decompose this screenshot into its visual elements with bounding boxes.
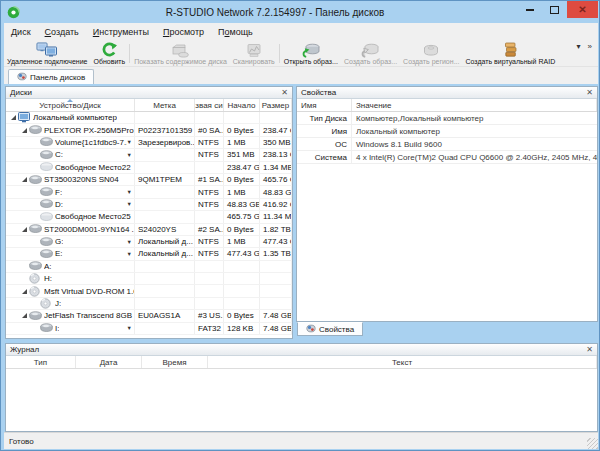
- label-cell: [135, 186, 195, 197]
- size-cell: 11.34 MB: [260, 211, 292, 222]
- menu-item[interactable]: Помощь: [211, 23, 260, 41]
- volume-dropdown-icon[interactable]: ▼: [127, 139, 134, 145]
- property-name: Тип Диска: [297, 112, 352, 124]
- expand-arrow-icon[interactable]: [20, 128, 29, 133]
- disk-row[interactable]: E:▼Локальный д...NTFS477.43 GB1.35 TB: [6, 248, 292, 260]
- disks-panel-close-button[interactable]: ✕: [281, 89, 288, 97]
- expand-arrow-icon[interactable]: [20, 289, 29, 294]
- expand-arrow-icon[interactable]: [20, 177, 29, 182]
- property-row[interactable]: ОСWindows 8.1 Build 9600: [297, 138, 597, 151]
- hard-disk-icon: [29, 125, 44, 135]
- log-panel-header: Журнал ✕: [6, 344, 597, 356]
- size-cell: 416.92 GB: [260, 199, 292, 210]
- remote-connection-button[interactable]: Удаленное подключение: [4, 41, 90, 66]
- filesystem-cell: #2 SA...: [195, 224, 224, 235]
- volume-dropdown-icon[interactable]: ▼: [127, 201, 134, 207]
- expand-arrow-icon[interactable]: [20, 227, 29, 232]
- disk-row[interactable]: PLEXTOR PX-256M5Pro ...P02237101359#0 SA…: [6, 124, 292, 136]
- hard-disk-icon: [29, 311, 44, 321]
- volume-dropdown-icon[interactable]: ▼: [127, 239, 134, 245]
- disk-row[interactable]: H:: [6, 273, 292, 285]
- disk-row[interactable]: ST2000DM001-9YN164 ...S24020YS#2 SA...0 …: [6, 224, 292, 236]
- hard-disk-icon: [40, 323, 55, 333]
- column-filesystem[interactable]: звая си: [195, 99, 224, 111]
- column-log-text[interactable]: Текст: [208, 356, 597, 368]
- volume-dropdown-icon[interactable]: ▼: [127, 325, 134, 331]
- filesystem-cell: [195, 162, 224, 173]
- refresh-button[interactable]: Обновить: [90, 41, 128, 66]
- column-label[interactable]: Метка: [135, 99, 195, 111]
- device-cell: Локальный компьютер: [6, 112, 135, 123]
- size-cell: 477.43 GB: [260, 236, 292, 247]
- toolbar-chevron-icon[interactable]: »: [588, 42, 592, 66]
- filesystem-cell: NTFS: [195, 236, 224, 247]
- app-logo-icon: [7, 5, 20, 18]
- disk-row[interactable]: D:▼NTFS48.83 GB416.92 GB: [6, 199, 292, 211]
- label-cell: P02237101359: [135, 124, 195, 135]
- disk-row[interactable]: Свободное Место22238.47 GB1.34 MB: [6, 162, 292, 174]
- expand-arrow-icon[interactable]: [20, 313, 29, 318]
- disk-row[interactable]: Свободное Место25465.75 GB11.34 MB: [6, 211, 292, 223]
- disk-row[interactable]: J:: [6, 298, 292, 310]
- expand-arrow-icon[interactable]: [9, 115, 18, 120]
- size-cell: [260, 298, 292, 309]
- disk-row[interactable]: I:▼FAT32128 KB7.48 GB: [6, 323, 292, 335]
- toolbar-dropdown-icon[interactable]: ▾: [577, 42, 581, 66]
- disk-row[interactable]: A:: [6, 261, 292, 273]
- device-name: I:: [55, 324, 59, 333]
- create-virtual-raid-button[interactable]: Создать виртуальный RAID: [462, 41, 558, 66]
- volume-dropdown-icon[interactable]: ▼: [127, 152, 134, 158]
- open-image-button[interactable]: Открыть образ...: [281, 41, 341, 66]
- property-value: Компьютер,Локальный компьютер: [352, 112, 597, 124]
- menu-item[interactable]: Диск: [4, 23, 38, 41]
- disk-row[interactable]: F:▼NTFS1 MB48.83 GB: [6, 186, 292, 198]
- menu-item[interactable]: Создать: [38, 23, 86, 41]
- disks-rows: Локальный компьютерPLEXTOR PX-256M5Pro .…: [6, 112, 292, 335]
- maximize-button[interactable]: [542, 1, 567, 18]
- toolbar-button-label: Создать регион...: [403, 58, 459, 66]
- tab-disk-panel[interactable]: Панель дисков: [8, 69, 94, 84]
- column-size[interactable]: Размер: [260, 99, 292, 111]
- resize-grip[interactable]: [587, 438, 598, 449]
- column-log-time[interactable]: Время: [142, 356, 208, 368]
- disk-row[interactable]: Локальный компьютер: [6, 112, 292, 124]
- filesystem-cell: #0 SA...: [195, 124, 224, 135]
- size-cell: 1.34 MB: [260, 162, 292, 173]
- toolbar-buttons: Удаленное подключениеОбновитьПоказать со…: [4, 41, 558, 66]
- free-space-icon: [40, 212, 55, 222]
- property-row[interactable]: ИмяЛокальный компьютер: [297, 125, 597, 138]
- create-region-button: Создать регион...: [400, 41, 462, 66]
- disk-row[interactable]: C:▼NTFS351 MB238.13 GB: [6, 149, 292, 161]
- volume-dropdown-icon[interactable]: ▼: [127, 189, 134, 195]
- menu-item[interactable]: Просмотр: [156, 23, 211, 41]
- disk-row[interactable]: Msft Virtual DVD-ROM 1.0: [6, 285, 292, 297]
- minimize-button[interactable]: [517, 1, 542, 18]
- log-panel-close-button[interactable]: ✕: [586, 346, 593, 354]
- column-prop-name[interactable]: Имя: [297, 99, 352, 111]
- filesystem-cell: [195, 273, 224, 284]
- disk-row[interactable]: ST3500320NS SN049QM1TPEM#1 SA...0 Bytes4…: [6, 174, 292, 186]
- start-cell: 0 Bytes: [224, 174, 260, 185]
- column-start[interactable]: Начало: [224, 99, 260, 111]
- column-device[interactable]: Устройство/Диск: [6, 99, 135, 111]
- menu-item[interactable]: Инструменты: [86, 23, 156, 41]
- column-prop-value[interactable]: Значение: [352, 99, 597, 111]
- refresh-icon: [101, 42, 117, 58]
- disk-row[interactable]: JetFlash Transcend 8GB ...EU0AGS1A#3 US.…: [6, 310, 292, 322]
- column-log-type[interactable]: Тип: [6, 356, 76, 368]
- properties-rows: Тип ДискаКомпьютер,Локальный компьютерИм…: [297, 112, 597, 164]
- tab-properties[interactable]: Свойства: [297, 322, 363, 336]
- log-panel-title: Журнал: [10, 345, 39, 354]
- property-row[interactable]: Система4 x Intel(R) Core(TM)2 Quad CPU Q…: [297, 151, 597, 164]
- device-name: F:: [55, 188, 62, 197]
- device-name: E:: [55, 249, 63, 258]
- disk-row[interactable]: G:▼Локальный д...NTFS1 MB477.43 GB: [6, 236, 292, 248]
- properties-panel-close-button[interactable]: ✕: [586, 89, 593, 97]
- disk-row[interactable]: Volume{1c1fdbc9-7...▼Зарезервиров...NTFS…: [6, 137, 292, 149]
- property-row[interactable]: Тип ДискаКомпьютер,Локальный компьютер: [297, 112, 597, 125]
- property-value: Локальный компьютер: [352, 125, 597, 137]
- close-button[interactable]: ✕: [567, 1, 598, 18]
- volume-dropdown-icon[interactable]: ▼: [127, 251, 134, 257]
- device-name: C:: [55, 150, 63, 159]
- column-log-date[interactable]: Дата: [76, 356, 142, 368]
